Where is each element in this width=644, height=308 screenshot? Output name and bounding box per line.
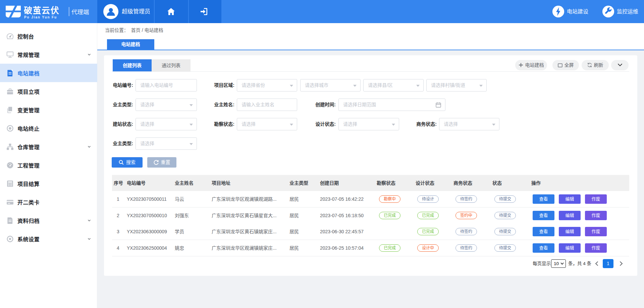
svg-text:破茧云伏: 破茧云伏	[24, 6, 59, 15]
svg-text:Po Jian Yun Fu: Po Jian Yun Fu	[24, 15, 57, 19]
svg-text:代理端: 代理端	[71, 9, 89, 15]
